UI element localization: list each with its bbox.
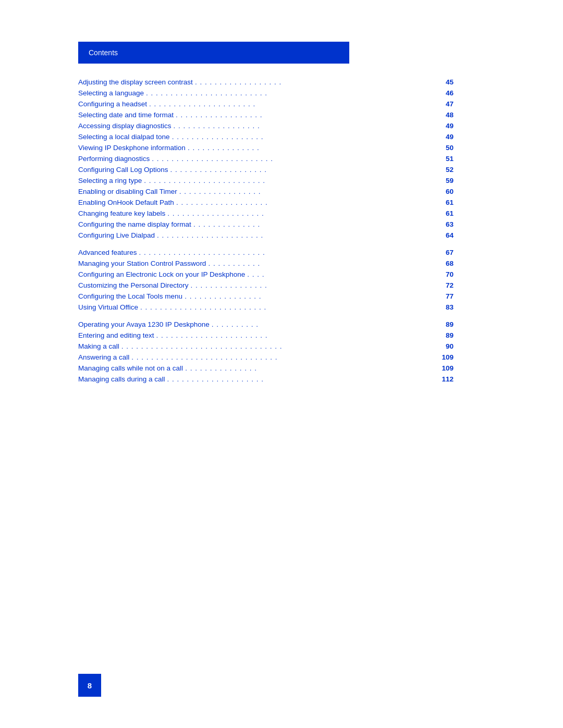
toc-item-link[interactable]: Selecting a local dialpad tone [78,133,170,141]
toc-item-page: 70 [438,270,454,278]
toc-item[interactable]: Configuring Call Log Options . . . . . .… [78,166,454,174]
toc-item-page: 64 [438,231,454,239]
toc-item-dots: . . . . . . . . . . . . . . . . [191,281,436,289]
toc-item-link[interactable]: Performing diagnostics [78,155,150,163]
toc-item[interactable]: Configuring an Electronic Lock on your I… [78,270,454,278]
toc-item-link[interactable]: Configuring Live Dialpad [78,231,155,239]
toc-container: Adjusting the display screen contrast . … [78,78,454,383]
toc-item-dots: . . . . . . . . . . . . . . . . . . . . [170,166,436,174]
toc-item-page: 59 [438,177,454,184]
toc-item-page: 67 [438,249,454,256]
toc-item[interactable]: Changing feature key labels . . . . . . … [78,209,454,217]
toc-item[interactable]: Managing calls during a call . . . . . .… [78,375,454,383]
toc-item-page: 112 [438,375,454,383]
toc-item[interactable]: Adjusting the display screen contrast . … [78,78,454,86]
toc-item-page: 109 [438,364,454,372]
toc-item-link[interactable]: Changing feature key labels [78,209,165,217]
toc-item-link[interactable]: Configuring an Electronic Lock on your I… [78,270,245,278]
toc-item-page: 83 [438,303,454,311]
toc-item[interactable]: Selecting date and time format . . . . .… [78,111,454,119]
toc-item-dots: . . . . . . . . . . . . . . . . . . . . [167,209,436,217]
toc-item[interactable]: Configuring the Local Tools menu . . . .… [78,292,454,300]
toc-item-page: 45 [438,78,454,86]
contents-header: Contents [78,42,349,64]
toc-item-link[interactable]: Configuring the Local Tools menu [78,292,182,300]
toc-item-dots: . . . . . . . . . . . . . . . . . . . [176,199,436,206]
toc-item[interactable]: Managing your Station Control Password .… [78,260,454,267]
page: Contents Adjusting the display screen co… [0,0,563,728]
toc-item-link[interactable]: Managing calls during a call [78,375,165,383]
toc-item[interactable]: Managing calls while not on a call . . .… [78,364,454,372]
toc-item-dots: . . . . . . . . . . [212,320,436,328]
toc-item[interactable]: Selecting a ring type . . . . . . . . . … [78,177,454,184]
toc-item[interactable]: Configuring the name display format . . … [78,220,454,228]
toc-item-link[interactable]: Enabling OnHook Default Path [78,199,174,206]
toc-item-link[interactable]: Adjusting the display screen contrast [78,78,193,86]
toc-item-link[interactable]: Accessing display diagnostics [78,122,172,130]
toc-item-link[interactable]: Customizing the Personal Directory [78,281,189,289]
toc-item-page: 60 [438,188,454,195]
toc-item[interactable]: Answering a call . . . . . . . . . . . .… [78,353,454,361]
toc-item[interactable]: Operating your Avaya 1230 IP Deskphone .… [78,320,454,328]
toc-item-link[interactable]: Selecting date and time format [78,111,174,119]
toc-item-page: 48 [438,111,454,119]
toc-item[interactable]: Selecting a language . . . . . . . . . .… [78,89,454,97]
toc-item[interactable]: Customizing the Personal Directory . . .… [78,281,454,289]
toc-item[interactable]: Enabling OnHook Default Path . . . . . .… [78,199,454,206]
toc-item-page: 49 [438,122,454,130]
toc-item[interactable]: Accessing display diagnostics . . . . . … [78,122,454,130]
toc-item-dots: . . . . . . . . . . . . . . . . . . [195,78,436,86]
toc-item-page: 61 [438,199,454,206]
toc-item-page: 50 [438,144,454,152]
toc-item-link[interactable]: Viewing IP Deskphone information [78,144,186,152]
toc-item[interactable]: Configuring Live Dialpad . . . . . . . .… [78,231,454,239]
toc-item-page: 68 [438,260,454,267]
toc-item[interactable]: Entering and editing text . . . . . . . … [78,331,454,339]
toc-item-link[interactable]: Advanced features [78,249,137,256]
toc-item-link[interactable]: Configuring the name display format [78,220,191,228]
toc-item-link[interactable]: Selecting a language [78,89,144,97]
toc-item-page: 77 [438,292,454,300]
toc-item-link[interactable]: Configuring a headset [78,100,147,108]
toc-item-page: 52 [438,166,454,174]
toc-item-link[interactable]: Enabling or disabling Call Timer [78,188,177,195]
toc-item-link[interactable]: Managing calls while not on a call [78,364,183,372]
toc-item[interactable]: Advanced features . . . . . . . . . . . … [78,249,454,256]
toc-item-link[interactable]: Selecting a ring type [78,177,142,184]
toc-item-dots: . . . . . . . . . . . . . . . [188,144,436,152]
toc-item[interactable]: Using Virtual Office . . . . . . . . . .… [78,303,454,311]
toc-item-page: 49 [438,133,454,141]
toc-item-link[interactable]: Making a call [78,342,119,350]
toc-item-link[interactable]: Configuring Call Log Options [78,166,168,174]
toc-item-dots: . . . . . . . . . . . . . . [193,220,436,228]
toc-item-dots: . . . . [247,270,436,278]
toc-item[interactable]: Selecting a local dialpad tone . . . . .… [78,133,454,141]
toc-item-dots: . . . . . . . . . . . . . . . . . . . . [167,375,436,383]
toc-item-link[interactable]: Using Virtual Office [78,303,138,311]
toc-item[interactable]: Viewing IP Deskphone information . . . .… [78,144,454,152]
toc-item-dots: . . . . . . . . . . . . . . . . . . . . … [152,155,436,163]
toc-item-dots: . . . . . . . . . . . . . . . . [185,292,436,300]
toc-item[interactable]: Performing diagnostics . . . . . . . . .… [78,155,454,163]
toc-item-page: 89 [438,331,454,339]
toc-item-dots: . . . . . . . . . . . [208,260,436,267]
toc-item-dots: . . . . . . . . . . . . . . . . . . . . … [149,100,436,108]
toc-item-dots: . . . . . . . . . . . . . . . [185,364,436,372]
toc-item-dots: . . . . . . . . . . . . . . . . . . [174,122,436,130]
toc-item-link[interactable]: Operating your Avaya 1230 IP Deskphone [78,320,210,328]
toc-item-dots: . . . . . . . . . . . . . . . . . . . . … [139,249,436,256]
toc-item[interactable]: Enabling or disabling Call Timer . . . .… [78,188,454,195]
toc-item-dots: . . . . . . . . . . . . . . . . . . . . … [121,342,436,350]
toc-item-page: 51 [438,155,454,163]
toc-item-link[interactable]: Entering and editing text [78,331,154,339]
toc-item-dots: . . . . . . . . . . . . . . . . . . . . … [144,177,436,184]
page-number-box: 8 [78,674,101,697]
toc-item[interactable]: Making a call . . . . . . . . . . . . . … [78,342,454,350]
toc-item[interactable]: Configuring a headset . . . . . . . . . … [78,100,454,108]
toc-item-page: 63 [438,220,454,228]
toc-item-link[interactable]: Managing your Station Control Password [78,260,206,267]
toc-item-link[interactable]: Answering a call [78,353,129,361]
toc-item-dots: . . . . . . . . . . . . . . . . . . [176,111,436,119]
contents-header-text: Contents [89,48,118,57]
toc-item-page: 109 [438,353,454,361]
